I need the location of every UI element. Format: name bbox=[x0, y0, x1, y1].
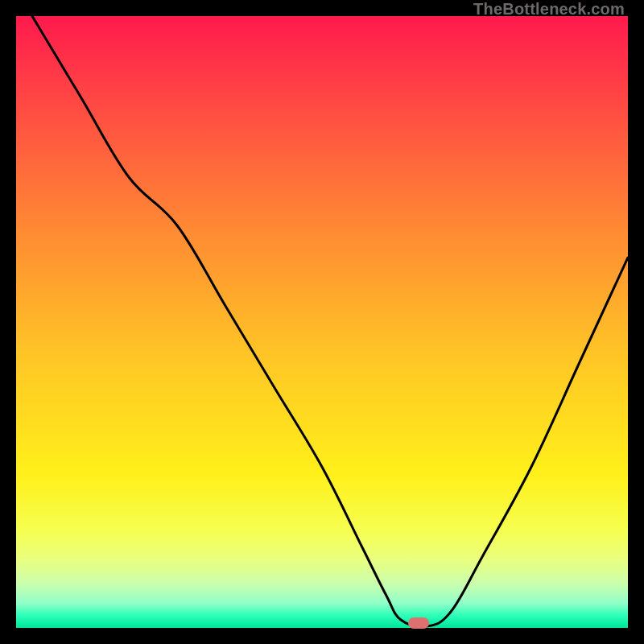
watermark-text: TheBottleneck.com bbox=[473, 0, 625, 19]
bottleneck-chart bbox=[16, 16, 628, 628]
curve-svg bbox=[16, 16, 628, 628]
bottleneck-curve-path bbox=[32, 16, 628, 627]
optimal-point-marker bbox=[408, 617, 429, 629]
